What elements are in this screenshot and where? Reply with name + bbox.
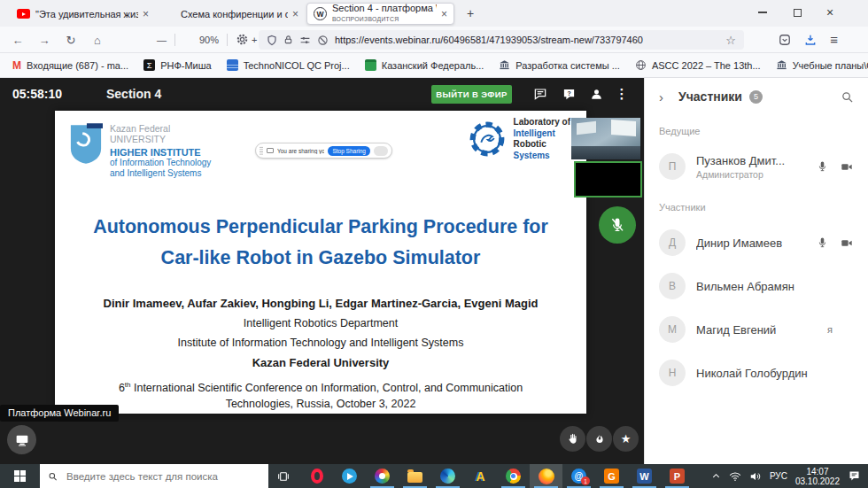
home-button[interactable]: ⌂ <box>87 32 108 48</box>
bookmark-uchebnye-plany[interactable]: Учебные планы\Обр... <box>776 59 868 71</box>
lirs-gear-icon <box>467 119 508 159</box>
fire-reaction-button[interactable] <box>586 426 612 452</box>
taskbar-app-telegram[interactable] <box>333 464 366 488</box>
volume-icon[interactable] <box>749 470 762 483</box>
conference-text: International Scientific Conference on I… <box>131 382 523 394</box>
globe-icon <box>635 59 647 71</box>
hosts-label: Ведущие <box>645 126 868 136</box>
camera-icon[interactable] <box>840 237 854 249</box>
taskbar-app-firefox[interactable] <box>530 464 562 488</box>
task-view-button[interactable] <box>268 464 298 488</box>
autoplay-blocked-icon[interactable] <box>317 35 329 46</box>
participant-row[interactable]: В Вильмен Абрамян <box>645 268 868 304</box>
webcam-thumbnail-room[interactable] <box>571 118 640 159</box>
screen-share-button[interactable] <box>7 425 36 454</box>
slide-conference-line1: 6th International Scientific Conference … <box>55 381 586 394</box>
drag-handle-icon[interactable] <box>260 146 263 155</box>
stop-sharing-button[interactable]: Stop Sharing <box>328 146 370 156</box>
kfu-logo: Kazan Federal UNIVERSITY HIGHER INSTITUT… <box>69 123 211 179</box>
bookmark-razrabotka[interactable]: Разработка системы ... <box>499 59 620 71</box>
chat-icon[interactable] <box>532 86 548 102</box>
taskbar-app-paint[interactable] <box>366 464 399 488</box>
search-input[interactable] <box>65 470 260 483</box>
raise-hand-button[interactable] <box>560 426 585 452</box>
taskbar-app-word[interactable]: W <box>628 464 661 488</box>
tab-close-icon[interactable]: × <box>292 8 298 20</box>
webcam-thumbnail-active[interactable] <box>574 161 642 198</box>
taskbar-clock[interactable]: 14:07 03.10.2022 <box>795 467 840 486</box>
participant-row[interactable]: Д Динир Имамеев <box>645 225 868 260</box>
microphone-muted-button[interactable] <box>599 206 636 244</box>
taskbar-app-a[interactable]: A <box>464 464 497 488</box>
tab-youtube[interactable]: "Эта удивительная жизнь" - Po × <box>11 3 155 25</box>
taskbar-search[interactable] <box>40 464 268 488</box>
monitor-shape <box>577 121 596 135</box>
tab-close-icon[interactable]: × <box>441 8 447 20</box>
pocket-icon[interactable] <box>779 34 791 46</box>
back-button[interactable]: ← <box>7 32 28 48</box>
taskbar-app-edge[interactable] <box>431 464 464 488</box>
start-button[interactable] <box>0 464 40 488</box>
clock-time: 14:07 <box>795 467 840 476</box>
tab-close-icon[interactable]: × <box>143 8 149 20</box>
hide-banner-button[interactable] <box>374 146 388 156</box>
window-maximize-button[interactable] <box>783 0 811 25</box>
kebab-menu-icon[interactable]: ⋮ <box>614 86 630 102</box>
divider <box>174 34 191 46</box>
downloads-icon[interactable] <box>804 34 817 46</box>
host-row[interactable]: П Пузанков Дмит... Администратор <box>645 149 868 184</box>
wifi-icon[interactable] <box>729 470 741 483</box>
participant-role: Администратор <box>696 169 817 180</box>
minimize-icon <box>758 12 767 13</box>
gear-icon[interactable] <box>236 33 249 50</box>
help-icon[interactable]: ? <box>561 86 577 102</box>
star-reaction-button[interactable]: ★ <box>613 426 639 452</box>
bookmark-ascc2022[interactable]: ASCC 2022 – The 13th... <box>635 59 761 71</box>
url-text[interactable]: https://events.webinar.ru/60496581/47193… <box>335 35 719 45</box>
bookmark-gmail[interactable]: M Входящие (687) - ma... <box>12 59 128 72</box>
taskbar-app-gpdf[interactable]: G <box>595 464 628 488</box>
reload-button[interactable]: ↻ <box>60 32 81 48</box>
lock-icon[interactable] <box>283 35 293 45</box>
kfu-name: Kazan Federal <box>110 123 211 134</box>
tracking-shield-icon[interactable] <box>267 35 277 46</box>
zoom-out-button[interactable]: — <box>149 35 174 45</box>
go-live-button[interactable]: ВЫЙТИ В ЭФИР <box>431 85 512 104</box>
address-bar[interactable]: https://events.webinar.ru/60496581/47193… <box>259 30 744 50</box>
window-minimize-button[interactable] <box>748 0 777 25</box>
tray-chevron-icon[interactable] <box>711 471 721 481</box>
participant-row[interactable]: Н Николай Голобурдин <box>645 355 868 391</box>
window-close-button[interactable]: × <box>816 0 844 25</box>
search-icon[interactable] <box>841 90 854 104</box>
mic-icon[interactable] <box>817 236 828 249</box>
taskbar-app-powerpoint[interactable]: P <box>661 464 694 488</box>
camera-icon[interactable] <box>840 161 854 173</box>
collapse-chevron-icon[interactable]: › <box>659 89 678 105</box>
action-center-icon[interactable] <box>848 469 861 483</box>
taskbar-app-mail[interactable]: @1 <box>562 464 595 488</box>
opera-icon <box>311 469 323 484</box>
bookmark-technonicol[interactable]: TechnoNICOL QC Proj... <box>227 59 350 71</box>
firefox-icon <box>539 469 554 484</box>
new-tab-button[interactable]: + <box>461 4 479 22</box>
bookmark-kazan-federal[interactable]: Казанский Федераль... <box>365 59 484 71</box>
person-icon[interactable] <box>588 86 604 102</box>
taskbar-app-explorer[interactable] <box>399 464 431 488</box>
language-indicator[interactable]: РУС <box>770 471 787 481</box>
zoom-level[interactable]: 90% <box>191 35 227 45</box>
forward-button[interactable]: → <box>34 32 55 48</box>
participant-row[interactable]: М Магид Евгений я <box>645 312 868 347</box>
tab-title: Схема конфиренции и онлайн <box>181 9 288 19</box>
tab-webinar-active[interactable]: W Section 4 - платформа Webinar ВОСПРОИЗ… <box>306 3 454 25</box>
permissions-icon[interactable] <box>299 35 311 46</box>
taskbar-app-chrome[interactable] <box>497 464 530 488</box>
tab-conference-scheme[interactable]: Схема конфиренции и онлайн × <box>174 3 305 25</box>
taskbar-app-opera[interactable] <box>300 464 333 488</box>
bookmark-label: Входящие (687) - ma... <box>27 60 128 71</box>
avatar: М <box>659 316 686 343</box>
menu-icon[interactable]: ≡ <box>830 32 838 47</box>
mic-icon[interactable] <box>817 160 828 173</box>
bookmark-star-icon[interactable]: ☆ <box>725 34 736 47</box>
bookmark-rnf[interactable]: Σ РНФ-Миша <box>143 59 212 71</box>
task-view-icon <box>276 469 291 484</box>
